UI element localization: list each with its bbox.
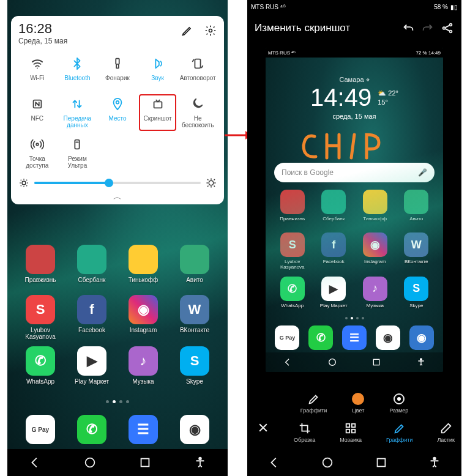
- svg-point-12: [199, 458, 201, 460]
- nav-bar: [7, 449, 228, 476]
- nav-back-icon[interactable]: [267, 456, 281, 469]
- svg-rect-5: [154, 102, 162, 108]
- phone-right: MTS RUS ⁴ᴳ 58 % ▮▯ Изменить скриншот MTS…: [247, 0, 461, 476]
- app-skype[interactable]: SSkype: [170, 346, 219, 390]
- qs-tile-режим-ультра[interactable]: Режим Ультра: [59, 135, 97, 171]
- svg-rect-22: [352, 424, 356, 428]
- nav-recents-icon[interactable]: [375, 456, 388, 469]
- editor-tools: Обрезка Мозаика Граффити Ластик: [247, 418, 461, 447]
- qs-tile-скриншот[interactable]: Скриншот: [139, 94, 177, 131]
- автоповорот-icon: [190, 56, 205, 71]
- settings-icon[interactable]: [204, 24, 217, 39]
- qs-tile-фонарик[interactable]: Фонарик: [99, 54, 136, 91]
- место-icon: [110, 97, 125, 111]
- скриншот-icon: [151, 97, 165, 111]
- phone-left: MTS RUS ⁴ᴳ ⏰ ✱ 58 % ▮▯ 16:28 Среда, 15 м…: [7, 0, 228, 476]
- app-facebook[interactable]: fFacebook: [67, 295, 116, 340]
- editor-title: Изменить скриншот: [255, 22, 395, 34]
- brightness-high-icon: [206, 177, 217, 188]
- svg-point-16: [450, 24, 452, 26]
- page-indicator: [7, 400, 228, 403]
- svg-rect-19: [374, 359, 379, 365]
- svg-point-0: [209, 29, 212, 32]
- svg-rect-7: [75, 140, 80, 149]
- qs-tile-передача-данных[interactable]: Передача данных: [59, 94, 97, 131]
- brightness-slider[interactable]: [34, 182, 201, 184]
- tool-color[interactable]: Цвет: [351, 392, 365, 414]
- svg-point-15: [443, 27, 446, 29]
- app-instagram[interactable]: ◉Instagram: [119, 295, 168, 340]
- qs-tile-nfc[interactable]: NFC: [18, 94, 56, 131]
- nav-accessibility-icon[interactable]: [193, 456, 207, 469]
- svg-point-6: [36, 143, 39, 146]
- qs-tile-звук[interactable]: Звук: [139, 54, 177, 91]
- nav-accessibility-icon[interactable]: [428, 456, 441, 469]
- tool-mosaic[interactable]: Мозаика: [340, 422, 362, 443]
- app-музыка[interactable]: ♪Музыка: [119, 346, 168, 390]
- mini-nav-bar: [266, 352, 443, 372]
- nav-home-icon[interactable]: [83, 456, 97, 469]
- app-dock[interactable]: ☰: [119, 415, 168, 444]
- dock-app[interactable]: ✆: [308, 325, 333, 350]
- editor-header: Изменить скриншот: [247, 13, 461, 43]
- qs-tile-bluetooth[interactable]: Bluetooth: [59, 54, 97, 91]
- tool-size[interactable]: Размер: [389, 392, 408, 414]
- quick-settings-panel: 16:28 Среда, 15 мая Wi-FiBluetoothФонари…: [11, 16, 224, 204]
- editor-subtools: Граффити Цвет Размер: [247, 389, 461, 417]
- не-беспокоить-icon: [190, 97, 205, 111]
- dock-app[interactable]: ☰: [342, 325, 367, 350]
- svg-point-27: [433, 458, 436, 460]
- nav-recents-icon[interactable]: [138, 456, 152, 469]
- time-label: 16:28: [18, 22, 67, 35]
- battery-label: 58 %: [434, 4, 448, 10]
- nav-home-icon[interactable]: [321, 456, 334, 469]
- tool-graffiti-style[interactable]: Граффити: [300, 392, 327, 414]
- app-play-маркет[interactable]: ▶Play Маркет: [67, 346, 116, 390]
- svg-rect-1: [116, 59, 119, 64]
- app-whatsapp[interactable]: ✆WhatsApp: [16, 346, 65, 390]
- tool-graffiti[interactable]: Граффити: [386, 422, 412, 443]
- svg-rect-23: [346, 430, 350, 433]
- qs-tile-wi-fi[interactable]: Wi-Fi: [18, 54, 56, 91]
- expand-panel-chevron[interactable]: ︿: [18, 191, 217, 201]
- dock-app[interactable]: ◉: [409, 325, 434, 350]
- qs-tile-не-беспокоить[interactable]: Не беспокоить: [179, 94, 217, 131]
- qs-tile-точка-доступа[interactable]: Точка доступа: [18, 135, 56, 171]
- svg-rect-11: [141, 459, 149, 467]
- app-dock[interactable]: G Pay: [16, 415, 65, 444]
- share-icon[interactable]: [441, 21, 454, 35]
- dock-app[interactable]: ◉: [376, 325, 400, 350]
- app-тинькофф[interactable]: Тинькофф: [119, 245, 168, 289]
- svg-point-17: [450, 31, 452, 33]
- qs-tile-место[interactable]: Место: [99, 94, 136, 131]
- edit-icon[interactable]: [181, 24, 193, 39]
- tool-crop[interactable]: Обрезка: [294, 422, 315, 443]
- svg-point-25: [323, 458, 332, 467]
- svg-rect-26: [377, 459, 385, 467]
- editor-canvas[interactable]: MTS RUS ⁴ᴳ 72 % 14:49 Самара ⌖ 14:49 ⛅ 2…: [266, 48, 443, 372]
- app-авито[interactable]: Авито: [170, 245, 219, 289]
- app-lyubov-kasyanova[interactable]: SLyubov Kasyanova: [16, 295, 65, 340]
- redo-icon[interactable]: [421, 21, 435, 35]
- app-dock[interactable]: ✆: [67, 415, 116, 444]
- color-swatch-icon: [352, 393, 364, 405]
- widget-location: Самара ⌖: [266, 76, 443, 84]
- cancel-button[interactable]: [257, 422, 269, 443]
- bluetooth-icon: [70, 56, 84, 71]
- tool-eraser[interactable]: Ластик: [437, 422, 455, 443]
- app-правжизнь[interactable]: Правжизнь: [16, 245, 65, 289]
- svg-point-10: [86, 458, 95, 467]
- app-вконтакте[interactable]: WВКонтакте: [170, 295, 219, 340]
- wi-fi-icon: [30, 56, 45, 71]
- app-dock[interactable]: ◉: [170, 415, 219, 444]
- undo-icon[interactable]: [401, 21, 415, 35]
- app-сбербанк[interactable]: Сбербанк: [67, 245, 116, 289]
- nav-back-icon[interactable]: [28, 456, 42, 469]
- svg-rect-21: [346, 424, 350, 428]
- svg-rect-2: [195, 59, 201, 69]
- dock-app[interactable]: G Pay: [275, 325, 299, 350]
- svg-point-8: [22, 181, 26, 185]
- status-bar: MTS RUS ⁴ᴳ 58 % ▮▯: [247, 0, 461, 13]
- brightness-low-icon: [18, 177, 29, 188]
- qs-tile-автоповорот[interactable]: Автоповорот: [179, 54, 217, 91]
